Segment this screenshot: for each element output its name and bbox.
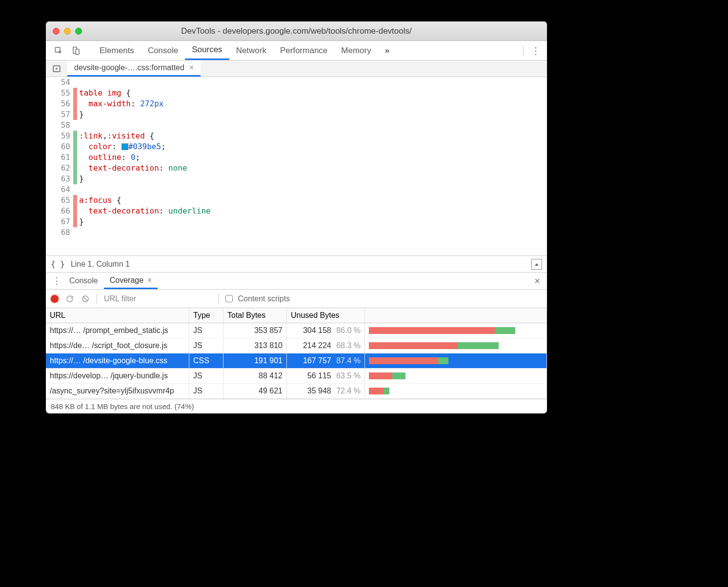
usage-bar-used — [495, 327, 515, 334]
content-scripts-label: Content scripts — [238, 294, 290, 303]
divider — [218, 294, 219, 304]
divider — [97, 294, 97, 304]
close-file-tab-icon[interactable]: × — [189, 63, 194, 72]
col-header-type[interactable]: Type — [189, 308, 223, 323]
coverage-row[interactable]: /async_survey?site=ylj5ifxusvvmr4pJS49 6… — [46, 384, 547, 399]
main-tab-strip: ElementsConsoleSourcesNetworkPerformance… — [46, 41, 547, 60]
coverage-table-header: URL Type Total Bytes Unused Bytes — [46, 308, 547, 323]
line-number: 59 — [46, 131, 70, 141]
usage-bar — [369, 357, 448, 364]
drawer-tab-label: Console — [69, 276, 98, 285]
col-header-url[interactable]: URL — [46, 308, 189, 323]
show-navigator-icon[interactable] — [46, 60, 67, 77]
code-line: } — [79, 109, 547, 120]
file-tab-label: devsite-google-….css:formatted — [74, 63, 184, 72]
code-line: text-decoration: none — [79, 163, 547, 174]
line-number: 62 — [46, 163, 70, 174]
close-drawer-tab-icon[interactable]: × — [147, 276, 152, 285]
tab-network[interactable]: Network — [229, 41, 273, 60]
tab-sources[interactable]: Sources — [185, 41, 229, 60]
coverage-summary-text: 848 KB of 1.1 MB bytes are not used. (74… — [51, 402, 194, 411]
toggle-sidebar-icon[interactable] — [531, 259, 542, 270]
coverage-row[interactable]: https://… /devsite-google-blue.cssCSS191… — [46, 353, 547, 369]
cell-unused: 304 158 86.0 % — [287, 323, 365, 338]
url-filter-input[interactable]: URL filter — [104, 294, 211, 303]
clear-icon[interactable] — [81, 294, 90, 303]
code-line: text-decoration: underline — [79, 206, 547, 216]
cell-type: JS — [189, 369, 223, 383]
coverage-marker — [73, 216, 77, 227]
coverage-row[interactable]: https://develop… /jquery-bundle.jsJS88 4… — [46, 369, 547, 384]
line-number: 67 — [46, 216, 70, 227]
tab-console[interactable]: Console — [141, 41, 185, 60]
divider — [523, 45, 524, 56]
cell-url: https://… /prompt_embed_static.js — [46, 323, 189, 338]
cell-usage-bar — [365, 338, 547, 353]
code-content: table img { max-width: 272px}:link,:visi… — [77, 77, 547, 255]
cell-type: JS — [189, 323, 223, 338]
line-number: 68 — [46, 227, 70, 238]
line-number: 58 — [46, 120, 70, 131]
usage-bar-unused — [369, 372, 392, 379]
cell-total: 49 621 — [223, 384, 287, 398]
code-line — [79, 184, 547, 195]
code-line: table img { — [79, 88, 547, 98]
cell-usage-bar — [365, 323, 547, 338]
cell-total: 88 412 — [223, 369, 287, 383]
code-line: a:focus { — [79, 195, 547, 206]
usage-bar-used — [392, 372, 405, 379]
cell-type: JS — [189, 384, 223, 398]
usage-bar — [369, 327, 515, 334]
usage-bar-used — [438, 357, 448, 364]
col-header-bar — [365, 308, 547, 323]
pretty-print-icon[interactable]: { } — [51, 259, 65, 269]
tab-performance[interactable]: Performance — [273, 41, 334, 60]
col-header-total[interactable]: Total Bytes — [223, 308, 287, 323]
line-number: 55 — [46, 88, 70, 98]
cell-unused: 214 224 68.3 % — [287, 338, 365, 353]
cell-url: /async_survey?site=ylj5ifxusvvmr4p — [46, 384, 189, 398]
inspect-element-icon[interactable] — [50, 41, 67, 60]
line-number: 60 — [46, 141, 70, 152]
col-header-unused[interactable]: Unused Bytes — [287, 308, 365, 323]
code-line: outline: 0; — [79, 152, 547, 163]
tab-memory[interactable]: Memory — [334, 41, 378, 60]
coverage-row[interactable]: https://de… /script_foot_closure.jsJS313… — [46, 338, 547, 353]
coverage-table: URL Type Total Bytes Unused Bytes https:… — [46, 308, 547, 399]
window-title: DevTools - developers.google.com/web/too… — [46, 26, 547, 36]
drawer-kebab-icon[interactable]: ⋮ — [50, 273, 63, 289]
usage-bar-unused — [369, 357, 438, 364]
drawer-tab-strip: ⋮ ConsoleCoverage× × — [46, 272, 547, 290]
device-toolbar-icon[interactable] — [67, 41, 85, 60]
coverage-marker — [73, 98, 77, 109]
code-editor[interactable]: 545556575859606162636465666768 table img… — [46, 77, 547, 255]
cell-total: 313 810 — [223, 338, 287, 353]
line-number: 54 — [46, 77, 70, 88]
line-number: 61 — [46, 152, 70, 163]
usage-bar-unused — [369, 327, 495, 334]
settings-kebab-icon[interactable]: ⋮ — [528, 45, 543, 57]
cursor-position: Line 1, Column 1 — [71, 260, 130, 269]
code-line: max-width: 272px — [79, 98, 547, 109]
usage-bar-used — [458, 342, 499, 349]
cell-total: 353 857 — [223, 323, 287, 338]
tabs-overflow-button[interactable]: » — [378, 41, 396, 60]
reload-icon[interactable] — [65, 294, 74, 303]
source-file-tab[interactable]: devsite-google-….css:formatted × — [67, 60, 201, 77]
coverage-row[interactable]: https://… /prompt_embed_static.jsJS353 8… — [46, 323, 547, 338]
usage-bar-used — [384, 388, 389, 394]
editor-status-bar: { } Line 1, Column 1 — [46, 255, 547, 272]
close-drawer-icon[interactable]: × — [534, 275, 540, 287]
code-line: } — [79, 216, 547, 227]
drawer-tab-console[interactable]: Console — [63, 273, 104, 289]
coverage-marker — [73, 227, 77, 238]
record-button[interactable] — [51, 295, 59, 303]
cell-type: JS — [189, 338, 223, 353]
cell-unused: 35 948 72.4 % — [287, 384, 365, 398]
usage-bar-unused — [369, 388, 384, 394]
line-number: 63 — [46, 174, 70, 184]
tab-elements[interactable]: Elements — [93, 41, 141, 60]
coverage-gutter — [73, 77, 77, 255]
content-scripts-checkbox[interactable]: Content scripts — [225, 294, 290, 303]
drawer-tab-coverage[interactable]: Coverage× — [104, 273, 158, 289]
